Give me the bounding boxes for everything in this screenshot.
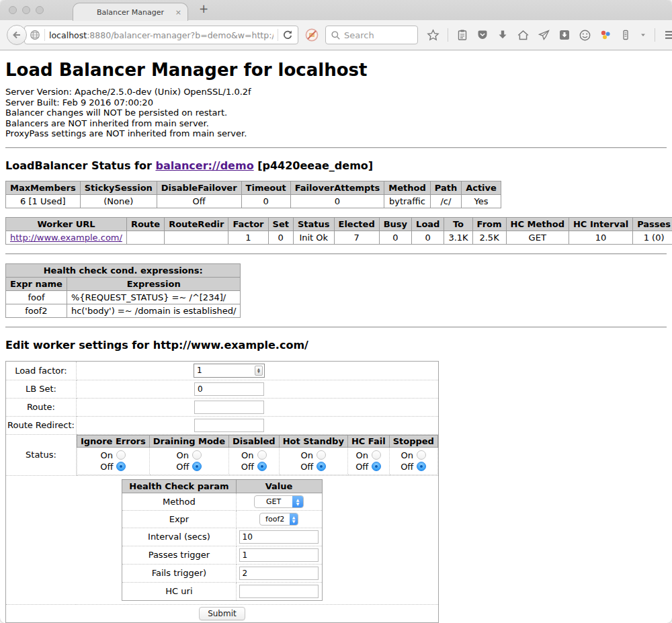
col-failoverattempts: FailoverAttempts: [290, 181, 384, 194]
stopped-radios: On Off: [389, 447, 437, 474]
number-stepper-icon[interactable]: ▲▼: [255, 366, 263, 376]
status-heading-suffix: [p4420eeae_demo]: [254, 159, 374, 172]
on-label: On: [356, 450, 368, 461]
minimize-window-button[interactable]: [22, 6, 30, 14]
hc-expr-select[interactable]: foof2▲▼: [259, 513, 298, 526]
expr-name-foof2: foof2: [6, 304, 67, 317]
balancer-demo-link[interactable]: balancer://demo: [155, 159, 253, 172]
reading-list-button[interactable]: [456, 29, 468, 41]
expr-value-foof: %{REQUEST_STATUS} =~ /^[234]/: [67, 290, 241, 304]
download-arrow-icon: [497, 29, 509, 41]
url-bar[interactable]: localhost:8880/balancer-manager?b=demo&w…: [24, 26, 298, 44]
status-label: Status:: [6, 434, 77, 475]
hc-method-select[interactable]: GET▲▼: [254, 495, 304, 508]
pocket-button[interactable]: [476, 29, 489, 41]
tab-bar: Balancer Manager × +: [0, 0, 672, 20]
hc-fail-on-radio[interactable]: [372, 450, 381, 460]
reload-button[interactable]: [282, 30, 293, 40]
stopped-off-radio[interactable]: [417, 462, 426, 471]
route-input[interactable]: [194, 401, 264, 414]
window-controls: [9, 6, 44, 14]
send-tab-button[interactable]: [538, 29, 550, 42]
balancer-header-row: MaxMembers StickySession DisableFailover…: [6, 181, 501, 194]
hc-passes-input[interactable]: [239, 548, 319, 562]
tab-close-icon[interactable]: ×: [175, 8, 181, 17]
col-factor: Factor: [228, 217, 268, 231]
hc-interval-row: Interval (secs): [122, 528, 322, 546]
select-chevrons-icon: ▲▼: [292, 496, 303, 507]
hc-fails-input[interactable]: [239, 567, 319, 580]
zoom-window-button[interactable]: [36, 6, 44, 14]
draining-mode-on-radio[interactable]: [192, 450, 202, 460]
draining-mode-radios: On Off: [149, 447, 228, 474]
home-button[interactable]: [517, 29, 530, 42]
new-tab-button[interactable]: +: [199, 2, 208, 15]
hc-uri-input[interactable]: [239, 585, 319, 598]
submit-button[interactable]: Submit: [199, 607, 245, 620]
select-chevrons-icon: ▲▼: [290, 513, 298, 525]
col-active: Active: [462, 181, 501, 194]
val-stickysession: (None): [80, 194, 157, 208]
menu-button[interactable]: [663, 28, 672, 42]
adblock-extension-button[interactable]: [599, 29, 612, 41]
col-worker-url: Worker URL: [6, 217, 127, 231]
route-row: Route:: [6, 398, 439, 416]
load-factor-field: ▲▼: [194, 364, 265, 378]
edit-worker-heading: Edit worker settings for http://www.exam…: [5, 339, 667, 351]
draining-mode-off-radio[interactable]: [192, 462, 202, 471]
col-status: Status: [293, 217, 334, 231]
overflow-caret-button[interactable]: [640, 32, 646, 38]
hc-fail-off-radio[interactable]: [372, 462, 381, 471]
status-radio-table: Ignore Errors Draining Mode Disabled Hot…: [77, 435, 438, 475]
disabled-on-radio[interactable]: [257, 450, 267, 460]
downloads-button[interactable]: [497, 29, 509, 41]
content-blocker-button[interactable]: [304, 28, 319, 42]
hc-interval-label: Interval (secs): [122, 528, 236, 546]
hc-uri-label: HC uri: [122, 582, 236, 600]
ignore-errors-off-radio[interactable]: [116, 462, 126, 471]
stopped-on-radio[interactable]: [417, 450, 426, 460]
col-disablefailover: DisableFailover: [157, 181, 241, 194]
val-active: Yes: [462, 194, 501, 208]
val-status: Init Ok: [293, 231, 334, 244]
col-timeout: Timeout: [241, 181, 290, 194]
battery-icon: [620, 29, 632, 41]
on-label: On: [101, 450, 113, 461]
hc-interval-input[interactable]: [239, 530, 319, 544]
close-window-button[interactable]: [9, 6, 17, 14]
tab-balancer-manager[interactable]: Balancer Manager ×: [73, 3, 188, 21]
hc-method-row: Method GET▲▼: [122, 493, 322, 510]
hc-passes-row: Passes trigger: [122, 546, 322, 564]
worker-url-link[interactable]: http://www.example.com/: [10, 233, 122, 243]
val-routeredir: [165, 231, 228, 244]
col-hc-fail: HC Fail: [347, 435, 389, 447]
hc-expr-row: Expr foof2▲▼: [122, 510, 322, 528]
hot-standby-on-radio[interactable]: [317, 450, 326, 460]
toolbar-divider: [448, 28, 448, 42]
url-input[interactable]: localhost:8880/balancer-manager?b=demo&w…: [49, 30, 274, 40]
val-method: bytraffic: [384, 194, 430, 208]
route-label: Route:: [6, 398, 77, 416]
search-bar[interactable]: Search: [325, 26, 418, 44]
pocket-icon: [476, 29, 489, 41]
page-tools-button[interactable]: [620, 29, 632, 41]
lb-set-input[interactable]: [194, 382, 264, 396]
col-stickysession: StickySession: [80, 181, 157, 194]
smiley-icon: [579, 29, 591, 42]
disabled-off-radio[interactable]: [257, 462, 267, 471]
col-hot-standby: Hot Standby: [279, 435, 347, 447]
back-button[interactable]: [7, 25, 27, 45]
on-label: On: [177, 450, 189, 461]
hot-standby-off-radio[interactable]: [317, 462, 326, 471]
ignore-errors-on-radio[interactable]: [116, 450, 126, 460]
home-icon: [517, 29, 530, 42]
tab-title: Balancer Manager: [97, 8, 164, 17]
col-stopped: Stopped: [389, 435, 437, 447]
reload-icon: [282, 30, 293, 40]
feedback-button[interactable]: [579, 29, 591, 42]
extension-download-button[interactable]: [558, 29, 571, 41]
hc-method-label: Method: [122, 493, 236, 510]
route-redirect-input[interactable]: [194, 419, 264, 432]
load-factor-input[interactable]: [194, 366, 255, 375]
bookmark-star-button[interactable]: [427, 29, 439, 42]
